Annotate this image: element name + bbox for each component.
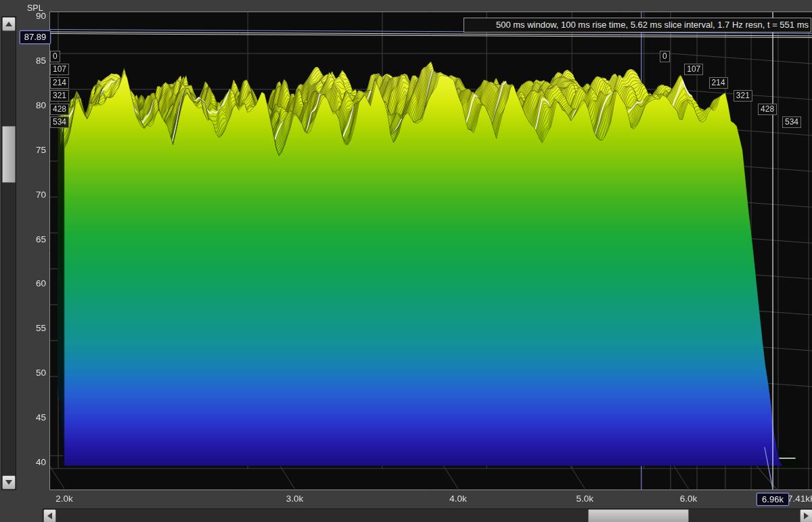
vertical-scrollbar[interactable] [1,16,16,490]
scroll-left-button[interactable] [43,509,56,522]
scroll-down-button[interactable] [2,475,16,490]
freq-tick-4.0k: 4.0k [441,494,476,504]
freq-tick-5.0k: 5.0k [567,494,602,504]
horizontal-scrollbar[interactable] [43,508,812,522]
spl-tick-45: 45 [19,412,46,422]
vertical-scrollbar-thumb[interactable] [2,126,16,183]
time-label-left-0: 0 [50,51,60,62]
time-label-left-214: 214 [50,77,69,89]
cursor-spl-readout: 87.89 [20,30,51,44]
time-label-left-321: 321 [50,90,69,102]
measurement-info-bar: 500 ms window, 100 ms rise time, 5.62 ms… [464,18,811,32]
cursor-freq-readout: 6.96k [757,493,789,506]
spl-tick-75: 75 [19,145,46,155]
scroll-right-button[interactable] [800,509,812,522]
freq-axis-end-label: 7.41kHz [788,494,812,504]
freq-tick-3.0k: 3.0k [277,494,312,504]
time-label-left-107: 107 [50,64,69,75]
arrow-up-icon [5,18,12,26]
time-label-right-321: 321 [734,90,752,102]
time-label-left-534: 534 [50,116,69,128]
spl-tick-50: 50 [19,368,46,378]
spl-tick-40: 40 [19,457,46,467]
spl-tick-80: 80 [19,100,46,110]
horizontal-scrollbar-thumb[interactable] [588,509,689,522]
arrow-down-icon [5,480,12,488]
time-label-right-214: 214 [709,77,728,89]
freq-tick-6.0k: 6.0k [671,494,706,504]
time-label-right-107: 107 [684,64,703,75]
waterfall-window: SPL 9085807570656055504540 2.0k3.0k4.0k5… [0,0,812,522]
arrow-right-icon [804,513,812,519]
waterfall-plot-canvas[interactable] [0,0,812,522]
time-label-right-428: 428 [758,104,777,115]
spl-tick-90: 90 [19,11,46,21]
spl-tick-85: 85 [19,56,46,66]
freq-tick-2.0k: 2.0k [47,494,82,504]
time-label-right-534: 534 [782,116,801,128]
arrow-left-icon [44,513,52,519]
time-label-left-428: 428 [50,104,69,115]
scroll-up-button[interactable] [2,17,16,31]
spl-tick-70: 70 [19,190,46,200]
time-label-right-0: 0 [660,51,670,62]
spl-tick-60: 60 [19,278,46,288]
spl-tick-55: 55 [19,323,46,333]
spl-tick-65: 65 [19,234,46,244]
